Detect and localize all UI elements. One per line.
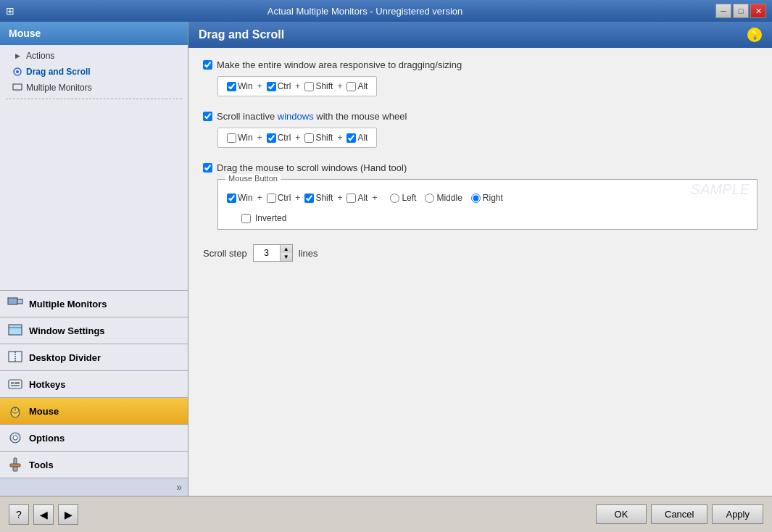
nav-btn-window-settings[interactable]: Window Settings [0, 317, 188, 344]
back-button[interactable]: ◀ [33, 504, 54, 525]
win3-checkbox[interactable] [227, 194, 236, 203]
bottom-right-controls: OK Cancel Apply [596, 504, 763, 524]
ctrl2-checkbox[interactable] [267, 133, 276, 143]
close-button[interactable]: ✕ [750, 4, 766, 18]
window-controls: ─ □ ✕ [715, 4, 766, 18]
alt1-checkbox[interactable] [346, 82, 356, 91]
nav-btn-desktop-divider[interactable]: Desktop Divider [0, 344, 188, 371]
spinner-down-button[interactable]: ▼ [281, 253, 292, 261]
svg-point-1 [16, 70, 19, 73]
sidebar: Mouse ▶ Actions Drag and Scroll [0, 22, 188, 496]
section-scroll-inactive: Scroll inactive windows with the mouse w… [203, 111, 758, 148]
nav-btn-tools[interactable]: Tools [0, 452, 188, 478]
mod-ctrl3: Ctrl [267, 193, 291, 203]
sidebar-tree: ▶ Actions Drag and Scroll Multiple Monit… [0, 45, 188, 290]
mod-alt3: Alt [346, 193, 368, 203]
title-bar: ⊞ Actual Multiple Monitors - Unregistere… [0, 0, 772, 22]
svg-point-18 [13, 436, 17, 440]
svg-rect-4 [8, 298, 17, 304]
monitor-icon [12, 82, 23, 93]
section-drag-sizing: Make the entire window area responsive t… [203, 59, 758, 96]
spinner-up-button[interactable]: ▲ [281, 245, 292, 253]
bottom-left-controls: ? ◀ ▶ [9, 504, 78, 525]
section3-label[interactable]: Drag the mouse to scroll windows (Hand t… [217, 162, 407, 173]
win1-checkbox[interactable] [227, 82, 236, 91]
scroll-step-row: Scroll step ▲ ▼ lines [203, 244, 758, 262]
nav-btn-multiple-monitors[interactable]: Multiple Monitors [0, 291, 188, 317]
section3-modifier-row: Win + Ctrl + Shift [227, 190, 378, 206]
section2-modifier-row: Win + Ctrl + Shift + [217, 128, 377, 148]
mod-shift3: Shift [304, 193, 333, 203]
alt3-checkbox[interactable] [346, 194, 356, 203]
windows-link[interactable]: windows [278, 111, 314, 122]
shift1-checkbox[interactable] [304, 82, 314, 91]
scroll-step-input[interactable] [254, 245, 280, 261]
shift2-checkbox[interactable] [304, 133, 314, 143]
spinner-wrap: ▲ ▼ [253, 244, 293, 262]
section1-checkbox[interactable] [203, 60, 212, 70]
cancel-button[interactable]: Cancel [651, 504, 707, 524]
section3-checkbox-row: Drag the mouse to scroll windows (Hand t… [203, 162, 758, 173]
sidebar-expand: » [0, 478, 188, 496]
radio-left-input[interactable] [390, 194, 399, 203]
window-settings-icon [7, 323, 23, 338]
restore-button[interactable]: □ [733, 4, 749, 18]
tree-item-label: Drag and Scroll [26, 67, 91, 77]
help-button[interactable]: ? [9, 504, 29, 525]
section1-modifier-row: Win + Ctrl + Shift + [217, 76, 377, 96]
mouse-button-legend: Mouse Button [225, 174, 281, 183]
multiple-monitors-icon [7, 296, 23, 312]
mod-win2: Win [227, 133, 253, 143]
sidebar-tree-item-drag-scroll[interactable]: Drag and Scroll [0, 64, 188, 80]
radio-middle-input[interactable] [425, 194, 434, 203]
forward-button[interactable]: ▶ [58, 504, 78, 525]
svg-rect-12 [14, 382, 20, 384]
section2-label[interactable]: Scroll inactive windows with the mouse w… [217, 111, 407, 122]
bottom-bar: ? ◀ ▶ OK Cancel Apply [0, 496, 772, 532]
section2-checkbox-row: Scroll inactive windows with the mouse w… [203, 111, 758, 122]
mouse-button-group: Mouse Button SAMPLE Win + [217, 179, 758, 230]
arrow-icon: ▶ [12, 50, 23, 62]
radio-right-label: Right [483, 193, 503, 203]
minimize-button[interactable]: ─ [715, 4, 731, 18]
expand-button[interactable]: » [176, 481, 182, 493]
radio-right-input[interactable] [471, 194, 481, 203]
mouse-btn-row: Win + Ctrl + Shift [227, 190, 748, 206]
inverted-checkbox[interactable] [241, 214, 251, 223]
mod-ctrl2: Ctrl [267, 133, 291, 143]
mod-alt1: Alt [346, 81, 368, 91]
desktop-divider-icon [7, 349, 23, 365]
content-body: Make the entire window area responsive t… [188, 48, 772, 496]
radio-group-mouse-button: Left Middle Right [390, 193, 502, 203]
ctrl1-checkbox[interactable] [267, 82, 276, 91]
mod-alt2: Alt [346, 133, 368, 143]
nav-btn-options[interactable]: Options [0, 425, 188, 452]
ctrl3-checkbox[interactable] [267, 194, 276, 203]
apply-button[interactable]: Apply [712, 504, 763, 524]
inverted-row: Inverted [241, 213, 748, 223]
tree-item-label: Actions [26, 51, 54, 61]
spinner-buttons: ▲ ▼ [280, 245, 292, 261]
sidebar-tree-item-actions[interactable]: ▶ Actions [0, 48, 188, 64]
header-icon: 💡 [747, 28, 762, 42]
alt2-checkbox[interactable] [346, 133, 356, 143]
drag-scroll-icon [12, 66, 23, 78]
win2-checkbox[interactable] [227, 133, 236, 143]
main-area: Mouse ▶ Actions Drag and Scroll [0, 22, 772, 496]
sidebar-tree-item-multiple-monitors[interactable]: Multiple Monitors [0, 80, 188, 96]
svg-rect-3 [15, 90, 20, 91]
section-hand-tool: Drag the mouse to scroll windows (Hand t… [203, 162, 758, 230]
mod-win1: Win [227, 81, 253, 91]
inverted-label[interactable]: Inverted [255, 213, 286, 223]
section3-checkbox[interactable] [203, 163, 212, 173]
section2-checkbox[interactable] [203, 112, 212, 121]
nav-btn-mouse[interactable]: Mouse [0, 398, 188, 425]
nav-btn-window-settings-label: Window Settings [29, 325, 180, 336]
shift3-checkbox[interactable] [304, 194, 314, 203]
ok-button[interactable]: OK [596, 504, 647, 524]
mod-shift1: Shift [304, 81, 333, 91]
section1-label[interactable]: Make the entire window area responsive t… [217, 59, 462, 70]
nav-btn-hotkeys[interactable]: Hotkeys [0, 371, 188, 398]
content-panel: Drag and Scroll 💡 Make the entire window… [188, 22, 772, 496]
svg-rect-13 [11, 385, 20, 386]
